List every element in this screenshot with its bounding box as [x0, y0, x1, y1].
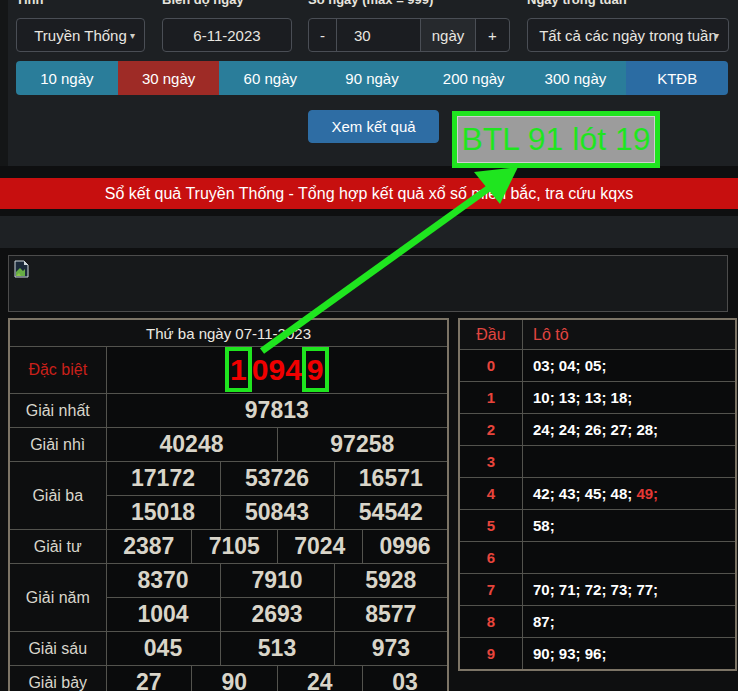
date-value: 6-11-2023 — [193, 27, 260, 44]
tab-30-ngay[interactable]: 30 ngày — [118, 61, 220, 95]
table-row: 558; — [459, 510, 736, 542]
date-input[interactable]: 6-11-2023 — [162, 18, 292, 52]
prize-value: 97258 — [277, 428, 448, 462]
prize-label-giai-bay: Giải bảy — [9, 666, 106, 691]
num-days-label: Số ngày (max = 999) — [308, 0, 510, 7]
prize-value: 15018 — [106, 496, 220, 530]
num-days-stepper: - 30 ngày + — [308, 18, 510, 52]
loto-header-loto: Lô tô — [523, 319, 737, 350]
prize-value: 2387 — [106, 530, 192, 564]
table-row: 003; 04; 05; — [459, 350, 736, 382]
prize-value: 7910 — [220, 564, 334, 598]
ad-image-placeholder — [8, 255, 728, 312]
tab-300-ngay[interactable]: 300 ngày — [525, 61, 627, 95]
prize-value: 1004 — [106, 598, 220, 632]
province-label: Tỉnh — [16, 0, 145, 7]
results-banner: Sổ kết quả Truyền Thống - Tổng hợp kết q… — [0, 178, 738, 209]
prize-label-giai-sau: Giải sáu — [9, 632, 106, 666]
chevron-down-icon: ▾ — [714, 32, 719, 40]
loto-header-dau: Đầu — [459, 319, 523, 350]
table-row: 442; 43; 45; 48; 49; — [459, 478, 736, 510]
weekday-select[interactable]: Tất cả các ngày trong tuần ▾ — [527, 18, 729, 52]
decrement-button[interactable]: - — [309, 19, 337, 51]
prize-value: 50843 — [220, 496, 334, 530]
prize-label-giai-nhi: Giải nhì — [9, 428, 106, 462]
table-row: 770; 71; 72; 73; 77; — [459, 574, 736, 606]
weekday-label: Ngày trong tuần — [527, 0, 729, 7]
empty-panel — [0, 216, 738, 248]
tab-60-ngay[interactable]: 60 ngày — [219, 61, 321, 95]
prize-value: 0996 — [363, 530, 449, 564]
prize-value: 045 — [106, 632, 220, 666]
prize-value: 17172 — [106, 462, 220, 496]
table-row: 990; 93; 96; — [459, 638, 736, 671]
num-days-group: Số ngày (max = 999) - 30 ngày + — [308, 0, 510, 52]
prize-label-dac-biet: Đặc biệt — [9, 347, 106, 394]
date-range-group: Biên độ ngày 6-11-2023 — [162, 0, 292, 52]
prize-value: 03 — [363, 666, 449, 691]
increment-button[interactable]: + — [476, 19, 509, 51]
prize-label-giai-tu: Giải tư — [9, 530, 106, 564]
prize-value: 24 — [277, 666, 363, 691]
table-row: 6 — [459, 542, 736, 574]
digit-run: 094 — [252, 353, 302, 386]
prize-value: 16571 — [334, 462, 448, 496]
prize-value: 8370 — [106, 564, 220, 598]
loto-table: Đầu Lô tô 003; 04; 05; 110; 13; 13; 18; … — [458, 318, 737, 671]
prize-value: 8577 — [334, 598, 448, 632]
tab-200-ngay[interactable]: 200 ngày — [423, 61, 525, 95]
prize-value: 7105 — [192, 530, 278, 564]
weekday-group: Ngày trong tuần Tất cả các ngày trong tu… — [527, 0, 729, 52]
prize-value: 97813 — [106, 394, 448, 428]
btl-annotation-box: BTL 91 lót 19 — [452, 111, 660, 168]
prize-value: 54542 — [334, 496, 448, 530]
prize-label-giai-ba: Giải ba — [9, 462, 106, 530]
chevron-down-icon: ▾ — [130, 32, 135, 40]
table-row: 887; — [459, 606, 736, 638]
prize-value: 40248 — [106, 428, 277, 462]
prize-value: 5928 — [334, 564, 448, 598]
tab-ktdb[interactable]: KTĐB — [626, 61, 728, 95]
num-days-input[interactable]: 30 — [337, 19, 421, 51]
province-value: Truyền Thống — [34, 27, 127, 44]
table-row: 110; 13; 13; 18; — [459, 382, 736, 414]
table-row: 224; 24; 26; 27; 28; — [459, 414, 736, 446]
tab-10-ngay[interactable]: 10 ngày — [16, 61, 118, 95]
date-range-label: Biên độ ngày — [162, 0, 292, 7]
prize-value: 2693 — [220, 598, 334, 632]
prize-value: 90 — [192, 666, 278, 691]
prize-value: 53726 — [220, 462, 334, 496]
province-group: Tỉnh Truyền Thống ▾ — [16, 0, 145, 52]
num-days-unit: ngày — [421, 19, 476, 51]
prize-label-giai-nam: Giải năm — [9, 564, 106, 632]
boxed-digit: 9 — [302, 347, 329, 392]
prize-value: 973 — [334, 632, 448, 666]
broken-image-icon — [13, 260, 31, 278]
tab-90-ngay[interactable]: 90 ngày — [321, 61, 423, 95]
view-results-button[interactable]: Xem kết quả — [308, 110, 439, 143]
left-edge-strip — [0, 0, 8, 166]
prize-value: 7024 — [277, 530, 363, 564]
boxed-digit: 1 — [225, 347, 252, 392]
results-table: Thứ ba ngày 07-11-2023 Đặc biệt 10949 Gi… — [8, 318, 449, 691]
special-prize-value: 10949 — [106, 347, 448, 394]
province-select[interactable]: Truyền Thống ▾ — [16, 18, 145, 52]
prize-value: 27 — [106, 666, 192, 691]
table-row: 3 — [459, 446, 736, 478]
results-table-title: Thứ ba ngày 07-11-2023 — [9, 319, 448, 347]
prize-value: 513 — [220, 632, 334, 666]
weekday-value: Tất cả các ngày trong tuần — [539, 27, 717, 44]
page: Tỉnh Truyền Thống ▾ Biên độ ngày 6-11-20… — [0, 0, 738, 691]
prize-label-giai-nhat: Giải nhất — [9, 394, 106, 428]
day-range-tabs: 10 ngày 30 ngày 60 ngày 90 ngày 200 ngày… — [16, 61, 728, 95]
